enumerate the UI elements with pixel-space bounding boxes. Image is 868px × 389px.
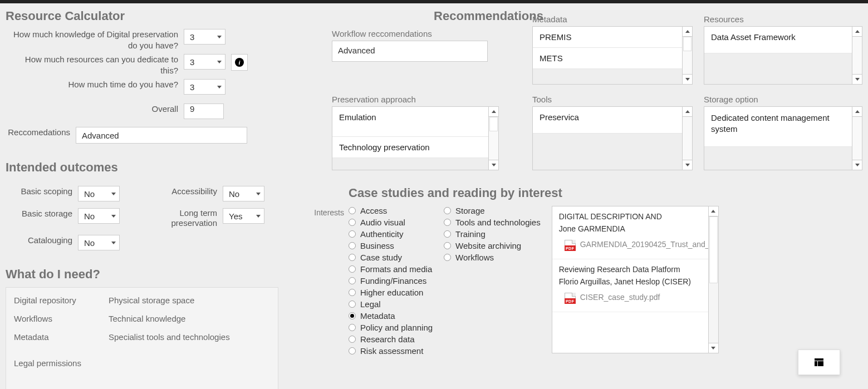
scroll-down-button[interactable] — [683, 160, 692, 170]
interest-option[interactable]: Case study — [349, 253, 433, 262]
interest-option[interactable]: Audio visual — [349, 218, 433, 227]
chevron-down-icon — [685, 164, 690, 166]
scrollbar-track[interactable] — [683, 37, 692, 74]
list-item[interactable]: Technology preservation — [332, 137, 488, 158]
radio-icon — [349, 301, 356, 308]
interest-option[interactable]: Formats and media — [349, 264, 433, 274]
case-study-entry[interactable]: Reviewing Research Data PlatformFlorio A… — [552, 259, 708, 312]
scroll-up-button[interactable] — [709, 206, 718, 216]
basic-scoping-select[interactable]: No — [78, 186, 120, 201]
case-study-filename: CISER_case_study.pdf — [580, 293, 660, 303]
case-study-file[interactable]: PDFGARMENDIA_20190425_Trust_and_Understa… — [559, 238, 702, 255]
radio-icon — [349, 277, 356, 284]
scroll-down-button[interactable] — [683, 74, 692, 84]
interest-option[interactable]: Legal — [349, 299, 433, 309]
scroll-up-button[interactable] — [852, 107, 862, 117]
interest-option-label: Legal — [360, 299, 381, 309]
radio-icon — [444, 219, 451, 226]
chevron-down-icon — [111, 215, 116, 218]
interest-option[interactable]: Training — [444, 229, 541, 239]
metadata-listbox[interactable]: PREMIS METS — [532, 26, 693, 85]
scrollbar-thumb[interactable] — [683, 37, 692, 51]
scrollbar-track[interactable] — [489, 117, 498, 160]
scroll-up-button[interactable] — [852, 27, 862, 37]
scroll-down-button[interactable] — [489, 160, 498, 170]
workflow-rec-output: Advanced — [332, 41, 488, 62]
knowledge-value: 3 — [190, 32, 194, 42]
radio-icon — [444, 254, 451, 261]
list-item[interactable]: Data Asset Framework — [704, 27, 852, 53]
case-study-author: Jone GARMENDIA — [559, 224, 702, 233]
interest-option[interactable]: Access — [349, 206, 433, 215]
chevron-down-icon — [492, 164, 496, 166]
need-item: Legal permissions — [14, 358, 270, 368]
chevron-up-icon — [492, 110, 496, 113]
list-item[interactable]: PREMIS — [533, 27, 682, 48]
interest-option[interactable]: Higher education — [349, 288, 433, 297]
scroll-up-button[interactable] — [683, 107, 692, 117]
list-item[interactable]: METS — [533, 48, 682, 69]
cataloguing-label: Catalouging — [6, 235, 78, 246]
interest-option[interactable]: Website archiving — [444, 241, 541, 250]
interest-option-label: Audio visual — [360, 218, 405, 227]
case-study-entry[interactable]: DIGITAL DESCRIPTION ANDJone GARMENDIAPDF… — [552, 206, 708, 259]
longterm-select[interactable]: Yes — [223, 208, 264, 224]
basic-storage-value: No — [84, 211, 95, 221]
interest-option[interactable]: Research data — [349, 334, 433, 344]
case-study-filename: GARMENDIA_20190425_Trust_and_Understandi… — [580, 240, 708, 250]
interest-option[interactable]: Tools and technologies — [444, 218, 541, 227]
interest-option-label: Website archiving — [455, 241, 521, 250]
need-item: Metadata — [14, 332, 103, 342]
interest-option[interactable]: Storage — [444, 206, 541, 215]
case-study-listbox[interactable]: DIGITAL DESCRIPTION ANDJone GARMENDIAPDF… — [552, 206, 719, 353]
chevron-down-icon — [256, 215, 261, 218]
scroll-up-button[interactable] — [683, 27, 692, 37]
interest-option[interactable]: Policy and planning — [349, 323, 433, 332]
interest-option[interactable]: Metadata — [349, 311, 433, 321]
scrollbar-track[interactable] — [852, 117, 862, 160]
knowledge-select[interactable]: 3 — [184, 29, 225, 45]
interest-option[interactable]: Authenticity — [349, 229, 433, 239]
intended-outcomes-heading: Intended outcomes — [6, 160, 282, 175]
resources-listbox[interactable]: Data Asset Framework — [704, 26, 862, 85]
interest-option[interactable]: Business — [349, 241, 433, 250]
recommendation-label: Reccomedations — [6, 127, 76, 138]
resources-label-rec: Resources — [704, 14, 862, 24]
radio-icon — [349, 254, 356, 261]
basic-storage-select[interactable]: No — [78, 208, 120, 224]
list-item[interactable]: Preservica — [533, 107, 682, 134]
case-study-file[interactable]: PDFCISER_case_study.pdf — [559, 290, 702, 308]
overall-output: 9 — [184, 104, 224, 119]
accessibility-select[interactable]: No — [223, 186, 264, 201]
metadata-label: Metadata — [532, 14, 693, 24]
scroll-down-button[interactable] — [709, 343, 718, 353]
scrollbar-track[interactable] — [709, 216, 718, 343]
basic-scoping-value: No — [84, 189, 95, 199]
scrollbar-track[interactable] — [852, 37, 862, 74]
scroll-down-button[interactable] — [852, 74, 862, 84]
scrollbar-thumb[interactable] — [709, 216, 718, 283]
interest-option-label: Authenticity — [360, 229, 404, 239]
what-do-i-need-heading: What do I need? — [6, 267, 282, 282]
scroll-up-button[interactable] — [489, 107, 498, 117]
approach-listbox[interactable]: Emulation Technology preservation — [332, 106, 499, 170]
interest-option[interactable]: Funding/Finances — [349, 276, 433, 285]
interest-option[interactable]: Risk assessment — [349, 346, 433, 356]
chevron-down-icon — [217, 61, 222, 63]
list-item[interactable]: Dedicated content management system — [704, 107, 852, 147]
time-select[interactable]: 3 — [184, 79, 225, 95]
interest-option[interactable]: Workflows — [444, 253, 541, 262]
scrollbar-track[interactable] — [683, 117, 692, 160]
tools-listbox[interactable]: Preservica — [532, 106, 693, 170]
cataloguing-select[interactable]: No — [78, 235, 120, 250]
resources-select[interactable]: 3 — [184, 54, 225, 70]
list-item[interactable]: Emulation — [332, 107, 488, 137]
radio-icon — [349, 265, 356, 273]
scroll-down-button[interactable] — [852, 160, 862, 170]
storage-listbox[interactable]: Dedicated content management system — [704, 106, 862, 170]
chevron-down-icon — [217, 86, 222, 88]
layout-toggle-button[interactable] — [798, 349, 840, 375]
scrollbar-thumb[interactable] — [489, 117, 498, 131]
info-button[interactable]: i — [231, 54, 248, 71]
chevron-up-icon — [685, 30, 690, 33]
